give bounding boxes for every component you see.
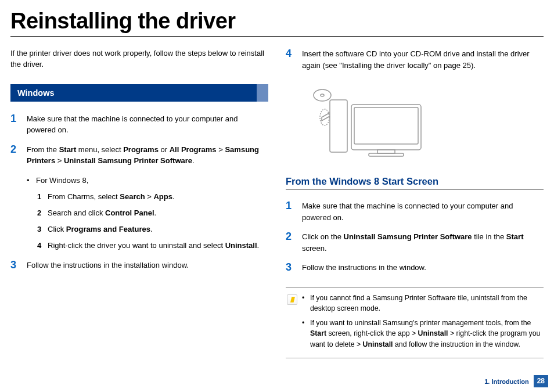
content-columns: If the printer driver does not work prop… xyxy=(10,48,544,358)
note-item: If you want to uninstall Samsung's print… xyxy=(302,318,542,350)
svg-point-1 xyxy=(321,94,324,96)
note-list: If you cannot find a Samsung Printer Sof… xyxy=(302,293,542,353)
windows-step-2: 2 From the Start menu, select Programs o… xyxy=(10,144,268,167)
windows-step-4: 4 Insert the software CD into your CD-RO… xyxy=(286,48,544,71)
win8-substep-4: 4Right-click the driver you want to unin… xyxy=(37,240,268,251)
note-icon xyxy=(287,294,297,305)
svg-rect-5 xyxy=(354,107,418,144)
step-text: Follow the instructions in the window. xyxy=(302,262,544,274)
bullet-for-win8: For Windows 8, xyxy=(27,175,268,186)
note-item: If you cannot find a Samsung Printer Sof… xyxy=(302,293,542,314)
step-text: Follow the instructions in the installat… xyxy=(27,260,268,271)
win8-start-heading: From the Windows 8 Start Screen xyxy=(286,176,544,190)
step-number: 1 xyxy=(286,200,302,223)
windows8-sublist: For Windows 8, 1From Charms, select Sear… xyxy=(10,175,268,252)
step-number: 3 xyxy=(286,262,302,274)
step-number: 3 xyxy=(10,260,27,271)
step-number: 4 xyxy=(286,48,302,71)
page-number: 28 xyxy=(534,375,548,387)
step-text: Insert the software CD into your CD-ROM … xyxy=(302,48,544,71)
step-number: 2 xyxy=(286,231,302,254)
page-footer: 1. Introduction 28 xyxy=(484,375,548,387)
step-number: 2 xyxy=(10,144,27,167)
step-number: 1 xyxy=(10,113,27,136)
svg-rect-7 xyxy=(369,153,404,156)
svg-point-0 xyxy=(314,89,331,101)
win8start-step-1: 1 Make sure that the machine is connecte… xyxy=(286,200,544,223)
win8-substep-3: 3Click Programs and Features. xyxy=(37,224,268,235)
intro-text: If the printer driver does not work prop… xyxy=(10,48,268,70)
svg-rect-4 xyxy=(351,105,421,150)
step-text: Click on the Uninstall Samsung Printer S… xyxy=(302,231,544,254)
win8start-step-2: 2 Click on the Uninstall Samsung Printer… xyxy=(286,231,544,254)
svg-rect-2 xyxy=(330,100,347,152)
chapter-label: 1. Introduction xyxy=(484,378,528,385)
win8-substep-1: 1From Charms, select Search > Apps. xyxy=(37,191,268,203)
left-column: If the printer driver does not work prop… xyxy=(10,48,268,358)
win8-substep-2: 2Search and click Control Panel. xyxy=(37,207,268,219)
step-text: Make sure that the machine is connected … xyxy=(27,113,268,136)
step-text: From the Start menu, select Programs or … xyxy=(27,144,268,167)
svg-rect-6 xyxy=(377,150,395,153)
right-column: 4 Insert the software CD into your CD-RO… xyxy=(286,48,544,358)
windows-heading: Windows xyxy=(10,84,268,102)
page-title: Reinstalling the driver xyxy=(10,9,544,37)
step-text: Make sure that the machine is connected … xyxy=(302,200,544,223)
windows-step-1: 1 Make sure that the machine is connecte… xyxy=(10,113,268,136)
win8start-step-3: 3 Follow the instructions in the window. xyxy=(286,262,544,274)
windows-step-3: 3 Follow the instructions in the install… xyxy=(10,260,268,271)
computer-cd-illustration xyxy=(302,87,430,160)
note-box: If you cannot find a Samsung Printer Sof… xyxy=(286,287,544,358)
